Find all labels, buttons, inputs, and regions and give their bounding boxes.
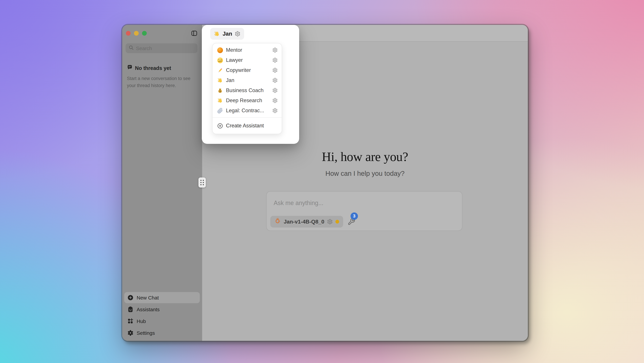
model-settings-gear-icon[interactable]	[327, 219, 333, 224]
sidebar-item-settings[interactable]: Settings	[124, 327, 200, 338]
greeting-subtitle: How can I help you today?	[202, 170, 528, 177]
search-input[interactable]: Search	[126, 43, 198, 53]
speech-bubble-icon	[127, 65, 133, 72]
assistant-item-label: Deep Research	[226, 98, 272, 104]
assistant-item-label: Business Coach	[226, 87, 272, 93]
money-bag-emoji-icon: $	[217, 88, 223, 93]
sidebar-item-label: Hub	[137, 318, 146, 324]
gear-icon	[127, 330, 134, 336]
llamacpp-icon	[274, 218, 281, 226]
orange-circle-emoji-icon	[217, 47, 223, 53]
selected-assistant-label: Jan	[222, 31, 232, 37]
assistant-item-label: Copywriter	[226, 67, 272, 73]
assistant-item-legal[interactable]: Legal: Contrac...	[212, 106, 282, 116]
composer-toolbar: Jan-v1-4B-Q8_0 3	[270, 216, 356, 228]
circle-plus-icon	[217, 123, 223, 129]
threads-empty-state: No threads yet Start a new conversation …	[127, 65, 194, 89]
greeting-title: Hi, how are you?	[202, 150, 528, 163]
sidebar-item-new-chat[interactable]: New Chat	[124, 292, 200, 303]
assistant-clipboard-icon	[127, 306, 134, 312]
search-placeholder: Search	[136, 45, 152, 51]
waving-hand-emoji-icon	[217, 98, 223, 103]
pencil-emoji-icon	[217, 67, 223, 73]
assistant-gear-icon[interactable]	[272, 108, 278, 113]
assistant-item-label: Mentor	[226, 47, 272, 53]
sidebar-nav: New Chat Assistants	[124, 292, 200, 338]
search-icon	[128, 45, 134, 52]
tools-wrench-icon[interactable]: 3	[348, 218, 356, 226]
sidebar-item-label: Settings	[137, 330, 155, 336]
chat-composer[interactable]: Ask me anything... Jan-v1-4B-Q8_0	[266, 191, 462, 231]
greeting: Hi, how are you? How can I help you toda…	[202, 150, 528, 177]
model-name: Jan-v1-4B-Q8_0	[284, 219, 324, 225]
waving-hand-emoji-icon	[214, 31, 220, 37]
composer-placeholder: Ask me anything...	[274, 200, 323, 207]
sidebar-item-label: New Chat	[137, 295, 159, 300]
model-selector[interactable]: Jan-v1-4B-Q8_0	[270, 216, 343, 228]
assistant-gear-icon[interactable]	[272, 58, 278, 63]
app-window: Search No threads yet Start a new conver…	[122, 25, 528, 341]
assistant-gear-icon[interactable]	[272, 68, 278, 73]
waving-hand-emoji-icon	[217, 78, 223, 83]
sidebar-item-hub[interactable]: Hub	[124, 316, 200, 327]
assistant-item-copywriter[interactable]: Copywriter	[212, 65, 282, 75]
assistant-selector-button[interactable]: Jan	[210, 28, 244, 40]
minimize-button[interactable]	[134, 31, 139, 36]
assistant-popup: Jan Mentor Lawyer	[202, 25, 299, 144]
assistant-gear-icon[interactable]	[272, 98, 278, 103]
empty-state-title: No threads yet	[135, 65, 171, 71]
assistant-item-deep-research[interactable]: Deep Research	[212, 96, 282, 106]
paperclip-emoji-icon	[217, 108, 223, 113]
sidebar-resize-handle[interactable]	[198, 177, 206, 188]
assistant-item-label: Lawyer	[226, 57, 272, 63]
assistant-gear-icon[interactable]	[272, 78, 278, 83]
svg-text:$: $	[219, 90, 221, 92]
sidebar: Search No threads yet Start a new conver…	[122, 25, 202, 341]
assistant-item-label: Jan	[226, 77, 272, 83]
tools-count-badge: 3	[350, 212, 358, 220]
assistant-gear-icon[interactable]	[272, 88, 278, 93]
zipper-mouth-emoji-icon	[217, 57, 223, 63]
assistant-item-label: Legal: Contrac...	[226, 108, 272, 114]
model-status-dot	[336, 220, 339, 223]
sidebar-item-label: Assistants	[137, 306, 160, 312]
plus-circle-icon	[127, 294, 134, 301]
sidebar-item-assistants[interactable]: Assistants	[124, 304, 200, 315]
create-assistant-button[interactable]: Create Assistant	[212, 119, 282, 132]
assistant-item-business-coach[interactable]: $ Business Coach	[212, 85, 282, 96]
assistant-settings-gear-icon[interactable]	[235, 31, 240, 37]
traffic-lights	[126, 31, 147, 36]
assistant-menu: Mentor Lawyer	[212, 43, 282, 134]
assistant-item-mentor[interactable]: Mentor	[212, 45, 282, 55]
assistant-item-lawyer[interactable]: Lawyer	[212, 55, 282, 65]
sidebar-toggle-icon[interactable]	[192, 31, 197, 36]
menu-divider	[212, 117, 282, 118]
zoom-button[interactable]	[142, 31, 147, 36]
empty-state-description: Start a new conversation to see your thr…	[127, 75, 194, 89]
assistant-gear-icon[interactable]	[272, 47, 278, 53]
assistant-item-jan[interactable]: Jan	[212, 75, 282, 85]
close-button[interactable]	[126, 31, 130, 36]
desktop-background: Search No threads yet Start a new conver…	[0, 0, 644, 363]
create-assistant-label: Create Assistant	[226, 123, 264, 129]
grid-plus-icon	[127, 318, 134, 324]
